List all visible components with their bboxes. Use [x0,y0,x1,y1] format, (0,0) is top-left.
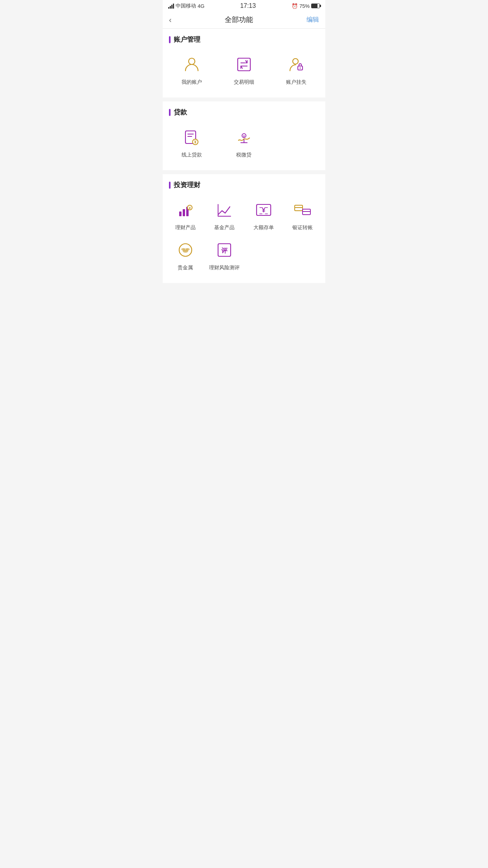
item-bank-transfer[interactable]: 银证转账 [283,195,323,235]
svg-text:¥: ¥ [189,206,191,210]
svg-text:¥: ¥ [262,207,265,213]
online-loan-icon: ¥ [181,126,203,148]
account-grid: 我的账户 交易明细 [163,50,325,90]
section-account: 账户管理 我的账户 [163,29,325,97]
assessment-label: 理财风险测评 [209,264,240,271]
gold-label: 贵金属 [178,264,193,271]
section-investment: 投资理财 ¥ 理财产品 [163,174,325,283]
section-loan: 贷款 ¥ 线上贷款 [163,101,325,170]
status-bar: 中国移动 4G 17:13 ⏰ 75% [163,0,325,11]
signal-icon [168,4,174,9]
status-left: 中国移动 4G [168,2,204,9]
gold-icon [174,239,196,261]
item-fund[interactable]: 基金产品 [205,195,244,235]
svg-point-4 [293,59,298,64]
item-online-loan[interactable]: ¥ 线上贷款 [166,122,218,162]
fund-icon [213,199,235,221]
battery-percent: 75% [299,3,310,9]
item-gold[interactable]: 贵金属 [166,235,205,275]
item-wealth[interactable]: ¥ 理财产品 [166,195,205,235]
item-assessment[interactable]: 评 理财风险测评 [205,235,244,275]
edit-button[interactable]: 编辑 [306,16,319,24]
svg-point-6 [299,68,301,69]
item-deposit[interactable]: ¥ 大额存单 [244,195,283,235]
svg-rect-15 [183,209,185,216]
alarm-icon: ⏰ [292,3,298,9]
transaction-icon [233,53,255,75]
tax-loan-icon: ¥ [233,126,255,148]
svg-text:评: 评 [221,247,228,254]
online-loan-label: 线上贷款 [182,151,202,158]
battery-icon [311,4,320,8]
nav-bar: ‹ 全部功能 编辑 [163,11,325,29]
account-icon [181,53,203,75]
section-title-loan: 贷款 [163,108,325,122]
back-button[interactable]: ‹ [169,15,172,24]
svg-rect-1 [238,58,250,71]
section-title-investment: 投资理财 [163,180,325,195]
item-tax-loan[interactable]: ¥ 税微贷 [218,122,270,162]
fund-label: 基金产品 [214,224,235,231]
wealth-label: 理财产品 [175,224,196,231]
loan-grid: ¥ 线上贷款 ¥ 税微贷 [163,122,325,162]
svg-text:¥: ¥ [243,134,245,138]
freeze-icon [285,53,307,75]
deposit-icon: ¥ [253,199,275,221]
section-title-account: 账户管理 [163,35,325,50]
account-label: 我的账户 [182,79,202,86]
svg-text:¥: ¥ [194,140,197,144]
status-time: 17:13 [240,2,256,9]
freeze-label: 账户挂失 [286,79,306,86]
page-title: 全部功能 [225,15,253,24]
status-right: ⏰ 75% [292,3,320,9]
item-freeze[interactable]: 账户挂失 [270,50,322,90]
deposit-label: 大额存单 [253,224,274,231]
bank-transfer-icon [292,199,314,221]
svg-point-0 [189,58,195,64]
main-content: 账户管理 我的账户 [163,29,325,283]
wealth-icon: ¥ [174,199,196,221]
transaction-label: 交易明细 [234,79,254,86]
tax-loan-label: 税微贷 [236,151,251,158]
assessment-icon: 评 [213,239,235,261]
svg-rect-14 [179,211,182,216]
item-my-account[interactable]: 我的账户 [166,50,218,90]
svg-point-35 [183,250,188,253]
network-label: 4G [198,3,204,9]
investment-grid: ¥ 理财产品 基金产品 [163,195,325,275]
item-transaction[interactable]: 交易明细 [218,50,270,90]
bank-transfer-label: 银证转账 [292,224,313,231]
carrier-label: 中国移动 [176,2,196,9]
